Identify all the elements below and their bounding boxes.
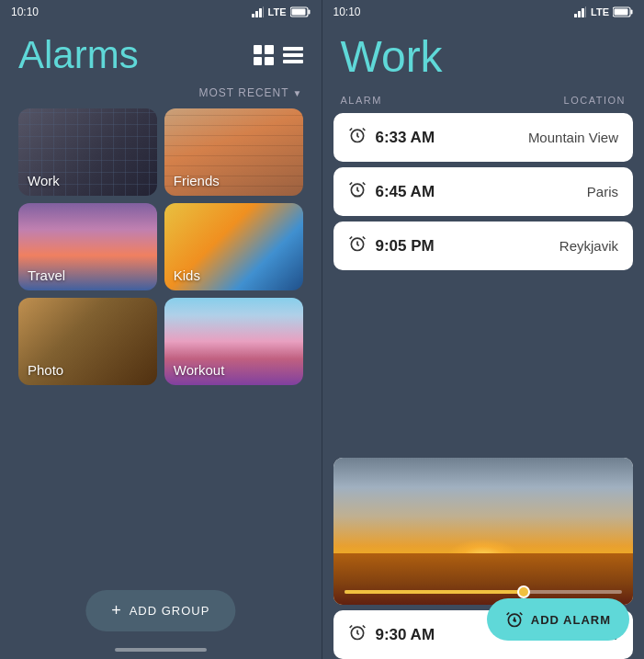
group-card-photo[interactable]: Photo xyxy=(18,298,157,385)
grid-view-icon[interactable] xyxy=(254,45,274,65)
group-card-travel[interactable]: Travel xyxy=(18,203,157,290)
alarm-clock-icon-1 xyxy=(348,180,367,203)
svg-rect-2 xyxy=(259,8,262,17)
sort-row[interactable]: MOST RECENT ▼ xyxy=(0,86,322,108)
sort-label: MOST RECENT ▼ xyxy=(198,86,302,99)
alarm-clock-icon-3 xyxy=(348,623,367,646)
svg-rect-1 xyxy=(255,11,258,17)
add-group-label: ADD GROUP xyxy=(130,604,210,618)
battery-icon xyxy=(290,6,311,17)
right-status-bar: 10:10 LTE xyxy=(322,0,645,24)
alarm-location-1: Paris xyxy=(587,184,618,199)
add-alarm-icon xyxy=(505,610,524,629)
right-lte-label: LTE xyxy=(591,6,609,17)
alarm-row-2[interactable]: 9:05 PM Reykjavik xyxy=(333,222,634,270)
group-label-travel: Travel xyxy=(28,267,65,283)
alarm-items: 6:33 AM Mountain View 6:45 AM Paris xyxy=(322,113,645,458)
group-label-kids: Kids xyxy=(174,267,200,283)
location-column-header: LOCATION xyxy=(564,95,626,106)
slider-thumb[interactable] xyxy=(517,585,530,598)
alarm-column-header: ALARM xyxy=(341,95,382,106)
svg-rect-5 xyxy=(308,10,310,15)
svg-rect-13 xyxy=(615,9,628,16)
left-time: 10:10 xyxy=(11,6,39,18)
svg-rect-8 xyxy=(578,11,581,17)
group-label-workout: Workout xyxy=(174,362,225,378)
group-card-friends[interactable]: Friends xyxy=(164,108,303,196)
group-label-work: Work xyxy=(28,173,60,188)
groups-grid: Work Friends Travel Kids Photo Workout xyxy=(0,108,322,385)
alarm-clock-icon-0 xyxy=(348,126,367,149)
left-status-icons: LTE xyxy=(252,6,311,17)
group-card-kids[interactable]: Kids xyxy=(164,203,303,290)
right-battery-icon xyxy=(613,6,633,17)
alarm-time-1: 6:45 AM xyxy=(376,183,435,201)
left-panel: 10:10 LTE Alarms xyxy=(0,0,322,659)
group-card-workout[interactable]: Workout xyxy=(164,298,303,385)
alarm-image-card[interactable] xyxy=(333,458,634,605)
alarm-left-2: 9:05 PM xyxy=(348,234,435,257)
svg-rect-6 xyxy=(291,9,305,16)
svg-rect-10 xyxy=(585,6,586,17)
home-indicator-left xyxy=(115,648,207,652)
group-card-work[interactable]: Work xyxy=(18,108,157,196)
work-title: Work xyxy=(322,24,645,91)
alarm-left-0: 6:33 AM xyxy=(348,126,435,149)
sunrise-horizon xyxy=(333,553,634,605)
home-indicator-right xyxy=(437,648,529,652)
slider-track[interactable] xyxy=(345,590,623,594)
group-label-photo: Photo xyxy=(28,362,63,378)
svg-rect-0 xyxy=(252,14,254,17)
left-header: Alarms xyxy=(0,24,322,86)
right-status-icons: LTE xyxy=(574,6,633,17)
alarm-row-1[interactable]: 6:45 AM Paris xyxy=(333,167,634,216)
svg-rect-9 xyxy=(582,8,584,17)
alarm-location-0: Mountain View xyxy=(528,130,618,145)
alarm-location-2: Reykjavik xyxy=(559,238,618,254)
alarm-list-header: ALARM LOCATION xyxy=(322,91,645,113)
header-icons xyxy=(254,45,303,65)
svg-rect-12 xyxy=(631,10,633,15)
alarm-time-3: 9:30 AM xyxy=(376,626,435,644)
left-status-bar: 10:10 LTE xyxy=(0,0,322,24)
sunrise-background xyxy=(333,458,634,605)
group-label-friends: Friends xyxy=(174,173,220,188)
svg-rect-7 xyxy=(574,14,577,17)
slider-fill xyxy=(345,590,525,594)
add-alarm-label: ADD ALARM xyxy=(531,613,611,627)
signal-icon xyxy=(252,6,265,17)
alarm-time-0: 6:33 AM xyxy=(376,129,435,147)
plus-icon: + xyxy=(111,601,122,620)
add-group-button[interactable]: + ADD GROUP xyxy=(85,590,235,631)
right-time: 10:10 xyxy=(333,6,361,18)
alarm-time-2: 9:05 PM xyxy=(376,237,435,256)
right-panel: 10:10 LTE Work ALARM LOCATION xyxy=(322,0,645,659)
list-view-icon[interactable] xyxy=(283,47,303,63)
alarm-left-3: 9:30 AM xyxy=(348,623,435,646)
add-alarm-button[interactable]: ADD ALARM xyxy=(487,598,629,641)
alarm-clock-icon-2 xyxy=(348,234,367,257)
alarms-title: Alarms xyxy=(18,33,139,77)
alarm-row-0[interactable]: 6:33 AM Mountain View xyxy=(333,113,634,162)
alarm-left-1: 6:45 AM xyxy=(348,180,435,203)
right-signal-icon xyxy=(574,6,587,17)
left-lte-label: LTE xyxy=(268,6,287,17)
svg-rect-3 xyxy=(263,6,264,17)
